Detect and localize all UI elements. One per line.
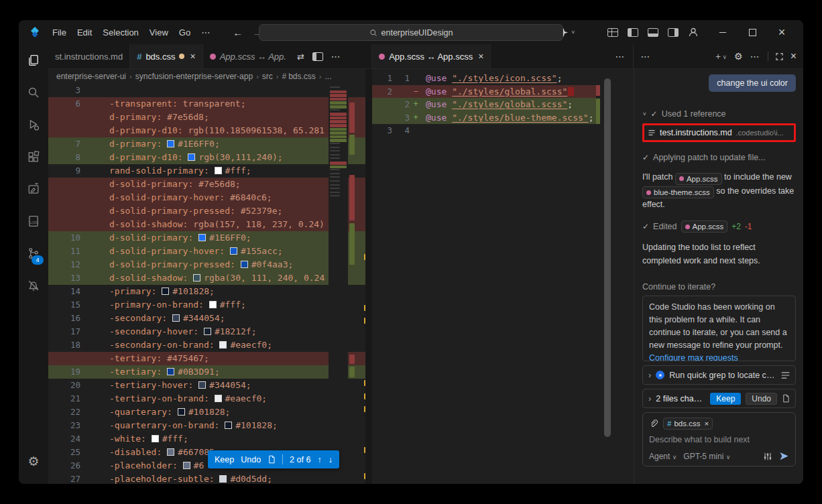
sidebar-item-run-debug[interactable] <box>19 109 48 141</box>
tab-bds-css[interactable]: #bds.css× <box>130 44 203 68</box>
reference-item-annotated[interactable]: test.instructions.md .codestudio\i... <box>642 123 796 142</box>
sidebar-item-notifications-muted[interactable] <box>19 269 48 302</box>
code-line[interactable]: 13d-solid-shadow: rgba(30, 111, 240, 0.2… <box>48 271 365 285</box>
diff-line[interactable]: 34 <box>372 124 596 137</box>
code-line[interactable]: 12d-solid-primary-pressed: #0f4aa3; <box>48 258 365 271</box>
file-chip[interactable]: App.scss <box>681 220 728 233</box>
menu-edit[interactable]: Edit <box>72 25 97 40</box>
diff-line[interactable]: 2+@use "./styles/global.scss"; <box>372 98 596 111</box>
chat-tools-icon[interactable] <box>763 452 772 461</box>
sidebar-item-explorer[interactable] <box>19 44 48 76</box>
new-chat-icon[interactable]: ＋∨ <box>714 50 727 62</box>
account-icon[interactable] <box>688 27 699 38</box>
close-icon[interactable]: × <box>478 51 483 62</box>
toggle-secondary-sidebar-button[interactable] <box>668 28 679 37</box>
code-line[interactable]: 24-white: #fff; <box>48 432 365 446</box>
sidebar-item-copilot-edits[interactable] <box>19 173 48 205</box>
breadcrumb-item[interactable]: syncfusion-enterprise-server-app <box>135 72 253 81</box>
diff-line[interactable]: 2−@use "./styles/global.scss" <box>372 85 596 99</box>
code-line[interactable]: 27-placeholder-subtle: #d0d5dd; <box>48 472 365 484</box>
code-line[interactable]: 15-primary-on-brand: #fff; <box>48 298 365 312</box>
next-change-icon[interactable]: ↓ <box>329 455 333 464</box>
minimap[interactable] <box>329 84 348 484</box>
diff-code-area[interactable]: 11@use "./styles/icon.scss";2−@use "./st… <box>372 69 634 137</box>
code-line[interactable]: 9rand-solid-primary: #fff; <box>48 164 365 178</box>
code-line[interactable]: d-primary: #7e56d8; <box>48 111 365 124</box>
maximize-button[interactable] <box>738 20 767 44</box>
breadcrumb-item[interactable]: #bds.css <box>282 72 315 81</box>
diff-file-icon[interactable] <box>782 394 790 403</box>
editor-bds-css[interactable]: enterprise-server-ui›syncfusion-enterpri… <box>48 69 365 484</box>
code-line[interactable]: 10d-solid-primary: #1E6FF0; <box>48 231 365 245</box>
menu-overflow[interactable]: ⋯ <box>196 25 215 40</box>
menu-go[interactable]: Go <box>174 25 196 40</box>
files-changed-row[interactable]: › 2 files changed Keep Undo <box>642 389 796 408</box>
remove-attachment-icon[interactable]: × <box>704 418 709 429</box>
sidebar-item-extensions[interactable] <box>19 141 48 173</box>
close-icon[interactable]: × <box>190 51 195 62</box>
breadcrumb[interactable]: enterprise-server-ui›syncfusion-enterpri… <box>48 69 365 84</box>
diff-line[interactable]: 11@use "./styles/icon.scss"; <box>372 72 596 85</box>
code-line[interactable]: 3 <box>48 84 365 97</box>
code-line[interactable]: d-solid-primary: #7e56d8; <box>48 178 365 191</box>
configure-max-requests-link[interactable]: Configure max requests <box>649 353 738 361</box>
gear-icon[interactable]: ⚙ <box>734 51 743 62</box>
scrollbar[interactable] <box>604 78 611 437</box>
edited-file-row[interactable]: ✓ Edited App.scss +2 -1 <box>642 220 796 233</box>
chat-input-placeholder[interactable]: Describe what to build next <box>649 435 789 444</box>
tab-diff-preview[interactable]: App.scss ↔ App. <box>203 44 293 68</box>
code-line[interactable]: d-solid-primary-pressed: #52379e; <box>48 204 365 218</box>
scss-string[interactable]: "./styles/global.scss" <box>452 86 567 97</box>
more-actions-icon[interactable]: ⋯ <box>615 51 625 62</box>
scss-string[interactable]: "./styles/icon.scss" <box>452 73 557 83</box>
close-panel-icon[interactable]: × <box>790 50 797 62</box>
grep-tool-row[interactable]: › Run quick grep to locate color... <box>642 365 796 385</box>
diff-line[interactable]: 3+@use "./styles/blue-theme.scss"; <box>372 111 596 125</box>
close-window-button[interactable]: × <box>767 20 797 44</box>
back-arrow-icon[interactable]: ← <box>233 27 243 38</box>
command-center-search[interactable]: enterpriseUIDesign <box>259 24 563 41</box>
code-line[interactable]: d-primary-d10: rgb(110.1850961538, 65.28… <box>48 124 365 137</box>
code-line[interactable]: 6-transparent: transparent; <box>48 97 365 111</box>
menu-file[interactable]: File <box>47 25 72 40</box>
breadcrumb-item[interactable]: enterprise-server-ui <box>56 72 126 81</box>
code-line[interactable]: d-solid-shadow: rgba(157, 118, 237, 0.24… <box>48 218 365 231</box>
keep-all-button[interactable]: Keep <box>710 393 741 405</box>
code-line[interactable]: 16-secondary: #344054; <box>48 312 365 325</box>
code-line[interactable]: 18-secondary-on-brand: #eaecf0; <box>48 338 365 352</box>
layout-grid-button[interactable] <box>607 28 618 37</box>
tab-app-scss-diff[interactable]: App.scss ↔ App.scss × <box>372 44 491 68</box>
more-actions-icon[interactable]: ⋯ <box>331 51 341 62</box>
scss-string[interactable]: "./styles/blue-theme.scss" <box>452 113 589 123</box>
sidebar-item-output-log[interactable]: LOG <box>19 205 48 237</box>
code-line[interactable]: 23-quarterary-on-brand: #101828; <box>48 419 365 432</box>
tab-st-instructions-md[interactable]: st.instructions.md <box>48 44 130 68</box>
menu-selection[interactable]: Selection <box>97 25 143 40</box>
previous-change-icon[interactable]: ↑ <box>317 455 321 464</box>
toggle-sidebar-button[interactable] <box>628 28 638 37</box>
scss-string[interactable]: "./styles/global.scss" <box>452 99 567 109</box>
code-line[interactable]: 11d-solid-primary-hover: #155acc; <box>48 245 365 258</box>
sidebar-item-search[interactable] <box>19 76 48 109</box>
code-line[interactable]: 14-primary: #101828; <box>48 285 365 298</box>
maximize-panel-icon[interactable] <box>776 53 783 60</box>
minimize-button[interactable]: ─ <box>708 20 738 44</box>
output-icon[interactable] <box>781 371 790 379</box>
code-line[interactable]: 17-secondary-hover: #18212f; <box>48 325 365 338</box>
menu-view[interactable]: View <box>144 25 174 40</box>
code-line[interactable]: d-solid-primary-hover: #6840c6; <box>48 191 365 204</box>
undo-button[interactable]: Undo <box>241 455 261 464</box>
code-line[interactable]: 20-tertiary-hover: #344054; <box>48 379 365 392</box>
code-line[interactable]: 7d-primary: #1E6FF0; <box>48 137 365 151</box>
chat-more-icon[interactable]: ⋯ <box>640 51 650 62</box>
code-line[interactable]: -tertiary: #475467; <box>48 352 365 365</box>
file-chip[interactable]: App.scss <box>675 173 722 185</box>
attach-icon[interactable] <box>649 419 658 428</box>
file-icon[interactable] <box>268 455 276 464</box>
user-message[interactable]: change the ui color <box>709 74 796 92</box>
sidebar-item-source-control[interactable]: 4 <box>19 237 48 269</box>
agent-mode-select[interactable]: Agent ∨ <box>649 452 677 461</box>
editor-app-scss-diff[interactable]: 11@use "./styles/icon.scss";2−@use "./st… <box>372 69 634 484</box>
attachment-chip[interactable]: # bds.css × <box>663 418 713 430</box>
settings-gear-button[interactable]: ⚙ <box>19 445 48 477</box>
